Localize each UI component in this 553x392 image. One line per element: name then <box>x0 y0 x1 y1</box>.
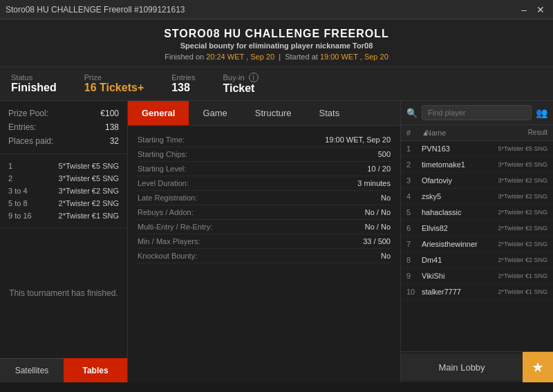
window-title: Storo08 HU CHALLENGE Freeroll #109912161… <box>6 5 185 15</box>
info-row: Starting Level:10 / 20 <box>138 162 391 176</box>
col-header-name: Name <box>426 129 528 137</box>
right-panel: 🔍 👥 # ▲ Name Result 1PVN1635*Twister €5 … <box>401 101 553 382</box>
player-name: VikiShi <box>422 272 498 280</box>
info-key: Knockout Bounty: <box>138 252 197 260</box>
table-row[interactable]: 10stalker77772*Twister €1 SNG <box>401 284 553 300</box>
info-val: 19:00 WET, Sep 20 <box>325 136 391 144</box>
place-row: 5 to 82*Twister €2 SNG <box>8 197 119 209</box>
table-row[interactable]: 2timetomake13*Twister €5 SNG <box>401 157 553 173</box>
bottom-bar: Main Lobby ★ <box>401 351 553 382</box>
info-val: 3 minutes <box>357 179 391 187</box>
bottom-buttons: Satellites Tables <box>0 358 127 382</box>
info-row: Late Registration:No <box>138 191 391 205</box>
info-row: Starting Chips:500 <box>138 147 391 162</box>
table-row[interactable]: 6Ellvis822*Twister €2 SNG <box>401 221 553 236</box>
player-result: 5*Twister €5 SNG <box>498 145 547 152</box>
close-button[interactable]: ✕ <box>534 4 547 15</box>
player-result: 2*Twister €2 SNG <box>498 241 547 248</box>
info-key: Starting Chips: <box>138 150 187 158</box>
info-key: Rebuys / Addon: <box>138 208 194 216</box>
table-row[interactable]: 9VikiShi2*Twister €1 SNG <box>401 268 553 284</box>
player-name: Ofartoviy <box>422 176 498 185</box>
info-val: No / No <box>365 208 391 216</box>
place-row: 9 to 162*Twister €1 SNG <box>8 209 119 222</box>
search-input[interactable] <box>422 105 532 120</box>
player-rank: 3 <box>406 176 422 185</box>
place-label: 2 <box>8 174 12 183</box>
places-paid-label: Places paid: <box>8 136 53 146</box>
table-row[interactable]: 3Ofartoviy3*Twister €2 SNG <box>401 173 553 189</box>
search-icon: 🔍 <box>406 108 418 118</box>
place-label: 1 <box>8 162 12 170</box>
tournament-times: Finished on 20:24 WET , Sep 20 | Started… <box>7 53 546 61</box>
main-lobby-button[interactable]: Main Lobby <box>401 354 523 381</box>
info-key: Starting Level: <box>138 165 186 173</box>
tab-stats[interactable]: Stats <box>306 101 354 125</box>
player-rank: 9 <box>406 272 422 280</box>
table-row[interactable]: 7Ariesisthewinner2*Twister €2 SNG <box>401 236 553 252</box>
players-icon[interactable]: 👥 <box>536 107 547 118</box>
player-result: 2*Twister €2 SNG <box>498 225 547 232</box>
search-bar: 🔍 👥 <box>401 101 553 125</box>
prize-value: 16 Tickets+ <box>84 82 144 94</box>
info-key: Late Registration: <box>138 194 197 202</box>
buyin-value: Ticket <box>223 82 258 95</box>
player-result: 2*Twister €1 SNG <box>498 272 547 279</box>
tab-general[interactable]: General <box>128 101 189 125</box>
tab-game[interactable]: Game <box>189 101 241 125</box>
info-key: Multi-Entry / Re-Entry: <box>138 223 212 231</box>
main-content: Prize Pool: €100 Entries: 138 Places pai… <box>0 101 553 382</box>
finished-time: 20:24 WET , Sep 20 <box>206 53 274 61</box>
info-val: No <box>381 252 391 260</box>
tables-button[interactable]: Tables <box>64 358 127 382</box>
place-label: 9 to 16 <box>8 212 32 220</box>
info-row: Rebuys / Addon:No / No <box>138 205 391 220</box>
prize-label: Prize <box>84 73 144 82</box>
prize-pool-section: Prize Pool: €100 Entries: 138 Places pai… <box>0 101 127 154</box>
prize-pool-value: €100 <box>100 109 119 118</box>
table-row[interactable]: 8Dm412*Twister €2 SNG <box>401 252 553 268</box>
player-rank: 2 <box>406 160 422 169</box>
prize-pool-row: Prize Pool: €100 <box>8 106 119 120</box>
table-row[interactable]: 5hahaclassic2*Twister €2 SNG <box>401 205 553 221</box>
player-name: Dm41 <box>422 256 498 264</box>
place-row: 23*Twister €5 SNG <box>8 172 119 185</box>
minimize-button[interactable]: – <box>518 4 529 15</box>
entries-item: Entries 138 <box>171 73 195 94</box>
prize-places-section: 15*Twister €5 SNG23*Twister €5 SNG3 to 4… <box>0 154 127 228</box>
table-row[interactable]: 4zsky53*Twister €2 SNG <box>401 189 553 205</box>
buyin-label: Buy-in i <box>223 73 258 82</box>
entries-label2: Entries: <box>8 122 37 132</box>
player-name: PVN163 <box>422 144 498 153</box>
buyin-info-icon[interactable]: i <box>249 73 259 82</box>
player-rank: 8 <box>406 256 422 264</box>
col-header-num: # <box>406 129 422 137</box>
tournament-title: STORO08 HU CHALLENGE FREEROLL <box>7 28 546 40</box>
places-paid-value: 32 <box>110 136 119 146</box>
player-rank: 10 <box>406 288 422 296</box>
info-row: Min / Max Players:33 / 500 <box>138 234 391 249</box>
player-name: Ariesisthewinner <box>422 240 498 248</box>
satellites-button[interactable]: Satellites <box>0 358 64 382</box>
status-bar: Status Finished Prize 16 Tickets+ Entrie… <box>0 67 553 101</box>
places-paid-row: Places paid: 32 <box>8 134 119 148</box>
table-row[interactable]: 1PVN1635*Twister €5 SNG <box>401 141 553 157</box>
col-header-result: Result <box>528 129 547 137</box>
players-list: 1PVN1635*Twister €5 SNG2timetomake13*Twi… <box>401 141 553 300</box>
favorite-button[interactable]: ★ <box>523 352 553 382</box>
place-reward: 3*Twister €5 SNG <box>59 174 119 183</box>
finished-message: This tournament has finished. <box>0 228 127 358</box>
tab-structure[interactable]: Structure <box>241 101 306 125</box>
status-label: Status <box>11 73 57 82</box>
player-result: 2*Twister €1 SNG <box>498 288 547 295</box>
place-label: 3 to 4 <box>8 187 28 195</box>
player-rank: 7 <box>406 240 422 248</box>
tab-content: Starting Time:19:00 WET, Sep 20Starting … <box>128 126 400 382</box>
player-name: stalker7777 <box>422 288 498 296</box>
player-result: 3*Twister €2 SNG <box>498 193 547 200</box>
left-panel: Prize Pool: €100 Entries: 138 Places pai… <box>0 101 128 382</box>
info-val: 500 <box>378 150 391 158</box>
player-result: 2*Twister €2 SNG <box>498 256 547 263</box>
tab-bar: GeneralGameStructureStats <box>128 101 400 126</box>
info-val: 33 / 500 <box>363 237 391 245</box>
